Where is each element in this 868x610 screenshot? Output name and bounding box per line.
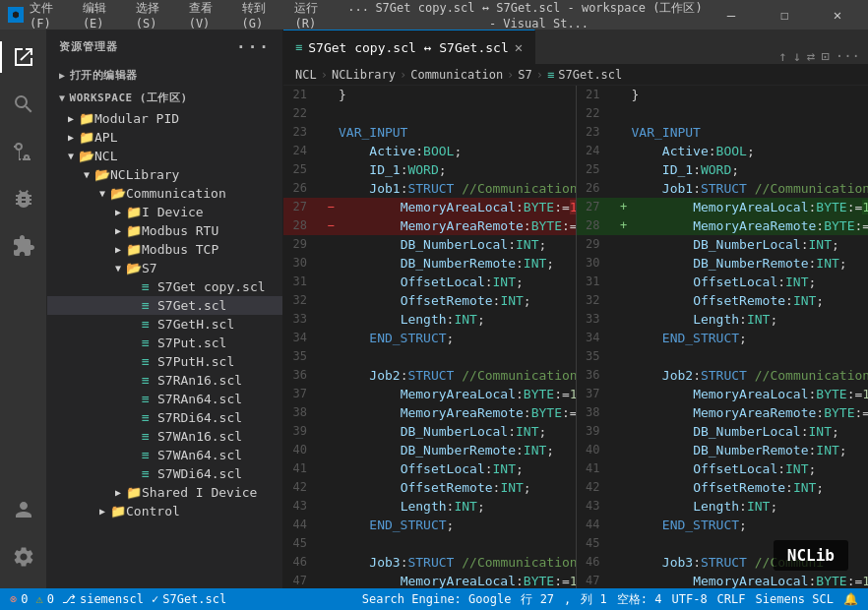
tab-more-arrow[interactable]: ⇄ [807,48,815,64]
line-ending[interactable]: CRLF [717,592,746,606]
source-control-icon[interactable] [0,128,47,175]
tree-item-modbus-tcp[interactable]: ▶ 📁 Modbus TCP [47,240,282,259]
right-code-area[interactable]: 21}2223VAR_INPUT24 Active:BOOL;25 ID_1:W… [577,86,869,588]
tree-item-s7get-copy[interactable]: ≡ S7Get copy.scl [47,277,282,296]
extensions-icon[interactable] [0,222,47,270]
diff-marker [616,478,632,497]
tree-item-s7put[interactable]: ≡ S7Put.scl [47,334,282,352]
breadcrumb-communication[interactable]: Communication [410,68,503,82]
tree-item-communication[interactable]: ▼ 📂 Communication [47,184,282,203]
line-number: 36 [283,366,323,385]
minimize-button[interactable]: — [709,0,754,30]
window-title: S7Get copy.scl ↔ S7Get.scl - workspace (… [369,0,709,30]
cursor-row[interactable]: 行 27 [521,591,554,608]
line-number: 47 [283,572,323,588]
line-content: END_STRUCT; [339,516,576,534]
maximize-button[interactable]: ☐ [762,0,807,30]
line-number: 28 [283,216,323,235]
menu-select[interactable]: 选择(S) [136,0,177,30]
file-icon: ≡ [142,410,157,425]
breadcrumb-nclibrary[interactable]: NCLibrary [332,68,396,82]
language-mode[interactable]: Siemens SCL [756,592,834,606]
file-status[interactable]: ✓ S7Get.scl [152,592,226,606]
diff-marker: + [616,216,632,235]
menu-run[interactable]: 运行(R) [294,0,336,30]
close-button[interactable]: ✕ [815,0,860,30]
diff-marker [323,572,339,588]
line-number: 24 [577,142,616,160]
warning-count[interactable]: ⚠ 0 [35,592,53,606]
menu-file[interactable]: 文件(F) [30,0,71,30]
diff-marker [616,291,632,310]
code-line: 45 [577,534,869,553]
menu-goto[interactable]: 转到(G) [242,0,283,30]
tree-item-s7puth[interactable]: ≡ S7PutH.scl [47,352,282,371]
tab-diff[interactable]: ≡ S7Get copy.scl ↔ S7Get.scl ✕ [283,30,535,64]
line-content: OffsetRemote:INT; [632,291,869,310]
tree-item-s7wan64[interactable]: ≡ S7WAn64.scl [47,446,282,464]
diff-marker [616,553,632,572]
status-right: Search Engine: Google 行 27 , 列 1 空格: 4 U… [362,591,858,608]
search-icon[interactable] [0,81,47,128]
line-content [632,104,869,123]
debug-icon[interactable] [0,175,47,222]
breadcrumb-ncl[interactable]: NCL [295,68,317,82]
tree-item-modbus-rtu[interactable]: ▶ 📁 Modbus RTU [47,221,282,240]
line-content: MemoryAreaRemote:BYTE:=16#84; [339,216,576,235]
account-icon[interactable] [0,486,47,533]
status-bar: ⊗ 0 ⚠ 0 ⎇ siemenscl ✓ S7Get.scl Search E… [0,588,868,610]
indentation[interactable]: 空格: 4 [617,591,662,608]
tree-item-shared-i-device[interactable]: ▶ 📁 Shared I Device [47,483,282,502]
branch-name[interactable]: ⎇ siemenscl [62,592,144,606]
line-content: ID_1:WORD; [632,160,869,179]
tree-item-s7get[interactable]: ≡ S7Get.scl [47,296,282,315]
tree-item-i-device[interactable]: ▶ 📁 I Device [47,203,282,221]
tree-item-s7wdi64[interactable]: ≡ S7WDi64.scl [47,464,282,483]
tree-item-modular-pid[interactable]: ▶ 📁 Modular PID [47,109,282,128]
tab-up-arrow[interactable]: ↑ [778,48,786,64]
cursor-col[interactable]: 列 1 [581,591,606,608]
tab-overflow[interactable]: ··· [836,48,860,64]
status-left: ⊗ 0 ⚠ 0 ⎇ siemenscl ✓ S7Get.scl [10,592,226,606]
tree-item-ncl[interactable]: ▼ 📂 NCL [47,147,282,165]
workspace-section[interactable]: ▼ WORKSPACE (工作区) [47,87,282,109]
error-count[interactable]: ⊗ 0 [10,592,28,606]
code-line: 32 OffsetRemote:INT; [283,291,576,310]
tab-close-button[interactable]: ✕ [515,39,523,55]
right-editor-pane: 21}2223VAR_INPUT24 Active:BOOL;25 ID_1:W… [576,86,869,588]
tree-item-s7ran16[interactable]: ≡ S7RAn16.scl [47,371,282,390]
tree-arrow: ▶ [63,113,79,124]
line-content: Job2:STRUCT //Communication job [632,366,869,385]
left-code-area[interactable]: 21}2223VAR_INPUT24 Active:BOOL;25 ID_1:W… [283,86,576,588]
tree-item-s7ran64[interactable]: ≡ S7RAn64.scl [47,390,282,408]
menu-view[interactable]: 查看(V) [189,0,230,30]
tree-item-s7rdi64[interactable]: ≡ S7RDi64.scl [47,408,282,427]
breadcrumb-s7[interactable]: S7 [518,68,531,82]
settings-icon[interactable] [0,533,47,580]
code-line: 45 [283,534,576,553]
search-engine[interactable]: Search Engine: Google [362,592,512,606]
sidebar-menu-button[interactable]: ··· [236,37,271,56]
tree-item-apl[interactable]: ▶ 📁 APL [47,128,282,147]
diff-marker [616,572,632,588]
tab-down-arrow[interactable]: ↓ [792,48,800,64]
tab-split-button[interactable]: ⊡ [821,48,829,64]
explorer-icon[interactable] [0,33,47,81]
menu-more[interactable]: ... [347,0,369,30]
encoding[interactable]: UTF-8 [671,592,707,606]
tree-item-control[interactable]: ▶ 📁 Control [47,502,282,520]
breadcrumb-file[interactable]: S7Get.scl [558,68,622,82]
open-editors-section[interactable]: ▶ 打开的编辑器 [47,64,282,87]
menu-edit[interactable]: 编辑(E) [83,0,124,30]
sidebar-content: ▶ 打开的编辑器 ▼ WORKSPACE (工作区) ▶ 📁 Modular P… [47,64,282,588]
code-line: 42 OffsetRemote:INT; [577,478,869,497]
tree-arrow: ▶ [110,244,126,255]
line-content: MemoryAreaLocal:BYTE:=16#84; / [339,385,576,403]
line-number: 37 [283,385,323,403]
tree-item-s7geth[interactable]: ≡ S7GetH.scl [47,315,282,334]
tree-item-s7wan16[interactable]: ≡ S7WAn16.scl [47,427,282,446]
tree-item-s7[interactable]: ▼ 📂 S7 [47,259,282,277]
line-number: 34 [283,329,323,347]
folder-open-icon: 📂 [126,261,142,275]
tree-item-nclibrary[interactable]: ▼ 📂 NCLibrary [47,165,282,184]
